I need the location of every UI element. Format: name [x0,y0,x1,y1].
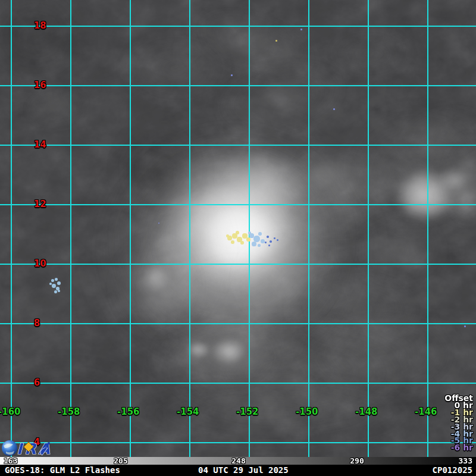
cloud-topleft-wisp [21,84,92,130]
grid-line-lon--146 [427,0,428,457]
image-timestamp: 04 UTC 29 Jul 2025 [198,465,289,476]
satellite-image: 1816141210864-160-158-156-154-152-150-14… [0,0,476,457]
product-title: GOES-18: GLM L2 Flashes [5,465,120,476]
lat-label-10: 10 [34,259,46,268]
flash-marker-west-cluster-minus4hr [51,279,54,282]
cloud-bottom-bright-spot [211,338,247,365]
flash-marker-scattered-blue-specks [464,325,466,327]
flash-marker-scattered-blue-specks [300,29,302,30]
flash-marker-west-cluster-minus4hr [58,290,60,292]
cloud-mid-east-field [292,274,422,345]
flash-marker-west-cluster-minus4hr [52,284,56,288]
status-bar: GOES-18: GLM L2 Flashes 04 UTC 29 Jul 20… [0,465,476,476]
flash-marker-west-cluster-minus4hr [56,287,60,290]
cloud-bottom-bright-spot-2 [186,342,210,358]
colorbar-tick-205: 205 [114,457,127,465]
cloud-top-faint [327,33,411,74]
lat-label-12: 12 [34,200,46,209]
flash-marker-west-cluster-minus4hr [49,283,52,285]
goes-satellite-viewer: 1816141210864-160-158-156-154-152-150-14… [0,0,476,476]
colorbar-tick-290: 290 [350,457,364,465]
cira-logo-dish-tip [48,442,50,444]
cira-logo: IRA [1,439,71,457]
lat-label-16: 16 [34,81,46,90]
dark-patch-top-left [0,0,83,77]
flash-marker-west-cluster-minus4hr [57,281,61,285]
flash-marker-west-cluster-minus4hr [55,278,58,281]
cloud-top-wisp-3 [125,39,226,98]
colorbar: 163205248290333 [0,457,476,465]
storm-identifier: CP012025 [433,465,472,476]
flash-marker-west-cluster-minus4hr [54,290,57,293]
colorbar-tick-163: 163 [4,457,17,465]
cloud-second-storm-south-band [361,221,439,278]
lat-label-14: 14 [34,140,46,149]
offset-legend: Offset 0 hr-1 hr-2 hr-3 hr-4 hr-5 hr-6 h… [444,395,473,452]
lat-label-8: 8 [34,319,40,328]
colorbar-tick-248: 248 [231,457,245,465]
colorbar-tick-333: 333 [459,457,472,465]
cloud-leftmid-bright [142,265,171,292]
flash-marker-scattered-blue-specks [231,74,233,76]
dark-patch-northwest-of-storm [122,125,199,214]
offset-legend-item--6hr: -6 hr [444,444,473,452]
